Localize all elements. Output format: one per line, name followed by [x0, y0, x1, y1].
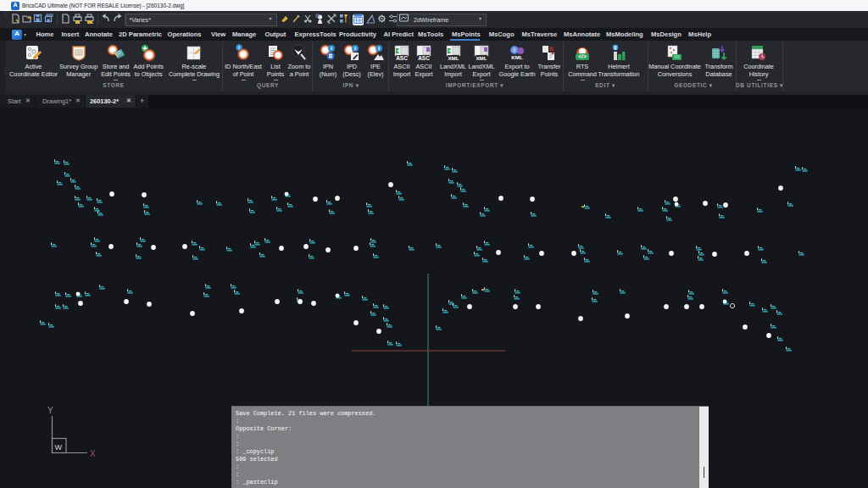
svg-text:Y: Y — [47, 406, 53, 415]
svg-text:XML: XML — [476, 55, 487, 61]
svg-text:X: X — [90, 449, 96, 458]
svg-text:W: W — [55, 443, 63, 452]
